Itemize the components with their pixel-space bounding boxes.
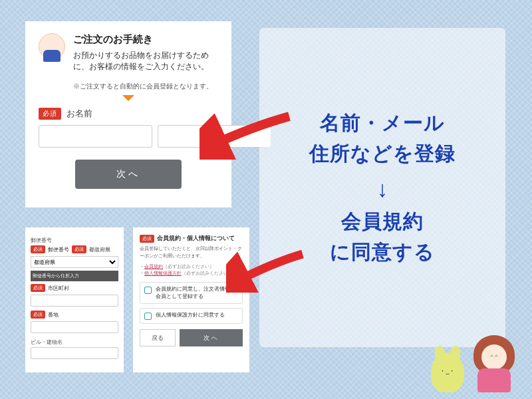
privacy-link[interactable]: 個人情報保護方針	[144, 271, 182, 275]
girl-mascot-icon: ^ ^	[471, 335, 517, 392]
required-badge: 必須	[140, 235, 154, 243]
cat-mascot-icon: ・_・	[431, 352, 464, 392]
last-name-input[interactable]	[39, 125, 152, 148]
first-name-input[interactable]	[158, 125, 271, 148]
next-button[interactable]: 次へ	[75, 160, 182, 189]
address-lookup-bar[interactable]: 郵便番号から住所入力	[31, 271, 118, 281]
required-badge: 必須	[72, 245, 86, 253]
triangle-down-icon	[122, 95, 134, 101]
annot-line: 住所などを登録	[309, 138, 456, 170]
street-label: 番地	[48, 311, 59, 319]
back-button[interactable]: 戻る	[140, 329, 176, 346]
city-label: 市区町村	[48, 285, 69, 292]
terms-link[interactable]: 会員規約	[144, 264, 163, 269]
required-badge: 必須	[39, 108, 61, 120]
annot-line: 会員規約	[341, 206, 424, 237]
checkbox-icon	[144, 313, 152, 320]
panel1-title: ご注文のお手続き	[73, 33, 218, 46]
order-form-panel: ご注文のお手続き お預かりするお品物をお届けするために、お客様の情報をご入力くだ…	[25, 21, 231, 207]
name-label: お名前	[66, 108, 92, 120]
prefecture-select[interactable]: 都道府県	[31, 256, 118, 268]
postal-label: 郵便番号	[48, 246, 69, 253]
annotation-panel: 名前・メール 住所などを登録 ↓ 会員規約 に同意する	[259, 28, 505, 347]
mascot-characters: ・_・ ^ ^	[431, 335, 517, 392]
required-badge: 必須	[31, 311, 45, 319]
arrow-down-icon: ↓	[377, 176, 388, 202]
annot-line: に同意する	[330, 237, 435, 268]
street-input[interactable]	[31, 321, 118, 333]
postal-heading: 郵便番号	[31, 237, 118, 244]
address-form-panel: 郵便番号 必須 郵便番号 必須 都道府県 都道府県 郵便番号から住所入力 必須 …	[25, 227, 124, 372]
city-input[interactable]	[31, 295, 118, 307]
terms-panel: 必須 会員規約・個人情報について 会員登録していただくと、次回以降ポイント・クー…	[133, 227, 249, 372]
building-input[interactable]	[31, 347, 118, 359]
pref-label: 都道府県	[89, 246, 110, 253]
checkbox-icon	[144, 287, 152, 294]
required-badge: 必須	[31, 284, 45, 292]
staff-avatar-icon	[39, 33, 65, 60]
terms-desc: 会員登録していただくと、次回以降ポイント・クーポンがご利用いただけます。	[140, 245, 243, 259]
agree-terms-checkbox-row[interactable]: 会員規約に同意し、注文者情報を会員として登録する	[140, 282, 243, 304]
agree-privacy-checkbox-row[interactable]: 個人情報保護方針に同意する	[140, 308, 243, 324]
panel1-subtitle: お預かりするお品物をお届けするために、お客様の情報をご入力ください。	[73, 50, 218, 73]
next-button[interactable]: 次へ	[180, 329, 243, 346]
agree-privacy-label: 個人情報保護方針に同意する	[156, 312, 225, 319]
required-badge: 必須	[31, 245, 45, 253]
agree-terms-label: 会員規約に同意し、注文者情報を会員として登録する	[156, 286, 238, 300]
terms-title: 会員規約・個人情報について	[157, 234, 235, 243]
annot-line: 名前・メール	[320, 108, 445, 139]
building-label: ビル・建物名	[31, 338, 118, 346]
panel1-note: ※ご注文すると自動的に会員登録となります。	[39, 82, 218, 91]
